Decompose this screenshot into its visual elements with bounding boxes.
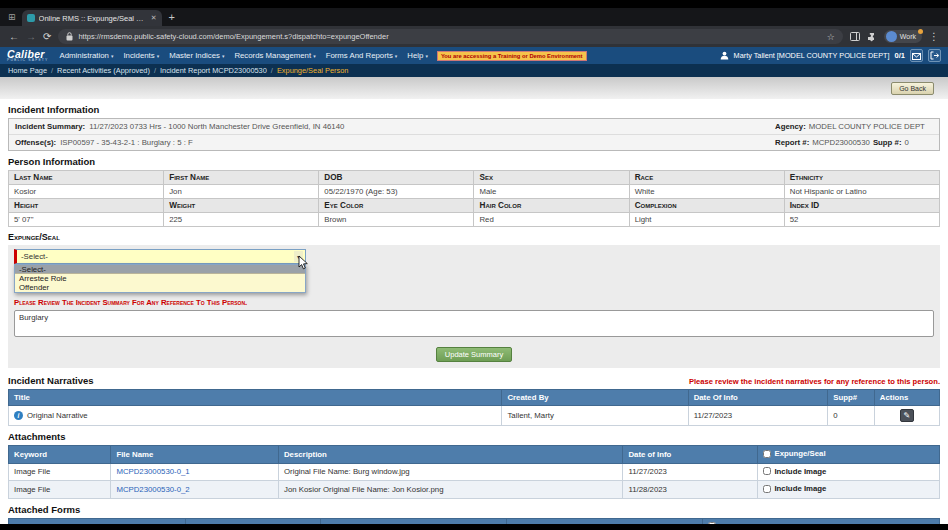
attachment-row: Image File MCPD23000530-0_1 Original Fil… bbox=[9, 463, 940, 481]
person-field-label: Last Name bbox=[9, 171, 164, 185]
caliber-logo[interactable]: Caliber PUBLIC SAFETY bbox=[7, 49, 49, 63]
page-action-strip: Go Back bbox=[0, 77, 948, 99]
menu-records-management[interactable]: Records Management▾ bbox=[234, 51, 315, 60]
window-bottom-edge bbox=[0, 524, 948, 530]
attachment-description: Jon Kosior Original File Name: Jon Kosio… bbox=[278, 481, 622, 499]
col-date-of-info[interactable]: Date Of Info bbox=[688, 390, 828, 406]
attachment-file-link[interactable]: MCPD23000530-0_2 bbox=[116, 485, 189, 494]
breadcrumb-recent-activities[interactable]: Recent Activities (Approved) bbox=[57, 66, 150, 75]
expunge-seal-heading: Expunge/Seal bbox=[8, 232, 940, 242]
narrative-title: Original Narrative bbox=[27, 411, 88, 420]
person-weight: 225 bbox=[164, 213, 319, 227]
person-hair-color: Red bbox=[474, 213, 629, 227]
menu-administration[interactable]: Administration▾ bbox=[60, 51, 114, 60]
role-select-wrap: -Select- ▾ -Select- Arrestee Role Offend… bbox=[14, 249, 306, 293]
col-actions: Actions bbox=[874, 390, 939, 406]
col-title[interactable]: Title bbox=[9, 390, 502, 406]
logout-button[interactable] bbox=[928, 49, 941, 62]
person-field-label: Race bbox=[629, 171, 784, 185]
person-index-id: 52 bbox=[784, 213, 939, 227]
attachment-keyword: Image File bbox=[9, 481, 111, 499]
option-select[interactable]: -Select- bbox=[15, 265, 305, 274]
col-supp[interactable]: Supp# bbox=[828, 390, 875, 406]
person-field-label: Ethnicity bbox=[784, 171, 939, 185]
tab-search-icon[interactable]: ⊞ bbox=[8, 9, 16, 25]
update-summary-button[interactable]: Update Summary bbox=[436, 347, 512, 362]
role-select[interactable]: -Select- ▾ bbox=[14, 249, 306, 264]
breadcrumb: Home Page / Recent Activities (Approved)… bbox=[0, 64, 948, 77]
logged-in-user[interactable]: Marty Tallent [MODEL COUNTY POLICE DEPT] bbox=[734, 51, 890, 60]
person-information-table: Last Name First Name DOB Sex Race Ethnic… bbox=[8, 170, 940, 227]
edit-narrative-button[interactable]: ✎ bbox=[900, 409, 914, 422]
profile-chip[interactable]: Work bbox=[884, 30, 922, 43]
notification-dot bbox=[918, 29, 923, 34]
col-keyword[interactable]: Keyword bbox=[9, 446, 111, 464]
app-navbar: Caliber PUBLIC SAFETY Administration▾ In… bbox=[0, 47, 948, 64]
user-cluster: Marty Tallent [MODEL COUNTY POLICE DEPT]… bbox=[720, 49, 941, 62]
user-icon bbox=[720, 51, 729, 60]
person-field-label: Weight bbox=[164, 199, 319, 213]
option-arrestee-role[interactable]: Arrestee Role bbox=[15, 274, 305, 283]
attachment-file-link[interactable]: MCPD23000530-0_1 bbox=[116, 467, 189, 476]
breadcrumb-incident-report[interactable]: Incident Report MCPD23000530 bbox=[160, 66, 267, 75]
approval-counter[interactable]: 0/1 bbox=[895, 51, 905, 60]
caret-down-icon: ▾ bbox=[157, 53, 160, 59]
menu-help[interactable]: Help▾ bbox=[407, 51, 428, 60]
info-icon[interactable]: i bbox=[14, 411, 23, 420]
col-description[interactable]: Description bbox=[278, 446, 622, 464]
person-field-label: Index ID bbox=[784, 199, 939, 213]
include-image-label: Include Image bbox=[774, 467, 826, 476]
back-button[interactable]: ← bbox=[9, 32, 19, 42]
side-panel-icon[interactable] bbox=[850, 32, 860, 41]
incident-summary-label: Incident Summary: bbox=[15, 122, 85, 131]
site-favicon-icon bbox=[27, 14, 35, 22]
expunge-seal-panel: -Select- ▾ -Select- Arrestee Role Offend… bbox=[8, 245, 940, 368]
include-image-checkbox[interactable] bbox=[763, 485, 771, 493]
window-titlebar bbox=[0, 0, 948, 8]
col-file-name[interactable]: File Name bbox=[111, 446, 279, 464]
menu-forms-and-reports[interactable]: Forms And Reports▾ bbox=[326, 51, 398, 60]
refresh-button[interactable]: ⟳ bbox=[43, 32, 51, 42]
menu-master-indices[interactable]: Master Indices▾ bbox=[169, 51, 224, 60]
narratives-table: Title Created By Date Of Info Supp# Acti… bbox=[8, 389, 940, 426]
caret-down-icon: ▾ bbox=[222, 53, 225, 59]
include-image-checkbox[interactable] bbox=[763, 467, 771, 475]
brand-subtext: PUBLIC SAFETY bbox=[7, 59, 49, 63]
forward-button[interactable]: → bbox=[26, 32, 36, 42]
incident-summary-textarea[interactable]: Burglary bbox=[14, 310, 934, 337]
go-back-button[interactable]: Go Back bbox=[891, 82, 934, 95]
address-bar[interactable]: https://rmsdemo.public-safety-cloud.com/… bbox=[58, 29, 842, 44]
tab-close-icon[interactable]: ✕ bbox=[151, 14, 157, 22]
browser-menu-icon[interactable]: ⋮ bbox=[929, 32, 939, 42]
menu-label: Incidents bbox=[123, 51, 154, 60]
person-field-label: Complexion bbox=[629, 199, 784, 213]
menu-incidents[interactable]: Incidents▾ bbox=[123, 51, 159, 60]
person-sex: Male bbox=[474, 185, 629, 199]
attachment-date-of-info: 11/27/2023 bbox=[623, 463, 758, 481]
col-date-of-info[interactable]: Date of Info bbox=[623, 446, 758, 464]
logout-icon bbox=[930, 48, 939, 63]
incident-information-panel: Incident Summary: 11/27/2023 0733 Hrs - … bbox=[8, 118, 940, 151]
extensions-puzzle-icon[interactable] bbox=[867, 32, 877, 42]
breadcrumb-home-page[interactable]: Home Page bbox=[8, 66, 47, 75]
incident-summary-value: 11/27/2023 0733 Hrs - 1000 North Manches… bbox=[89, 122, 344, 131]
expunge-all-attachments-checkbox[interactable] bbox=[763, 450, 771, 458]
person-first-name: Jon bbox=[164, 185, 319, 199]
attachments-heading: Attachments bbox=[8, 431, 940, 442]
narrative-created-by: Tallent, Marty bbox=[502, 406, 688, 426]
col-created-by[interactable]: Created By bbox=[502, 390, 688, 406]
caret-down-icon[interactable]: ▾ bbox=[294, 251, 303, 262]
avatar bbox=[886, 31, 897, 42]
person-last-name: Kosior bbox=[9, 185, 164, 199]
attachments-table: Keyword File Name Description Date of In… bbox=[8, 445, 940, 499]
narrative-date-of-info: 11/27/2023 bbox=[688, 406, 828, 426]
messages-button[interactable] bbox=[910, 49, 923, 62]
bookmark-star-icon[interactable]: ☆ bbox=[827, 32, 835, 42]
option-offender[interactable]: Offender bbox=[15, 283, 305, 292]
environment-notice: You are accessing a Training or Demo Env… bbox=[437, 51, 587, 61]
agency-value: MODEL COUNTY POLICE DEPT bbox=[809, 122, 925, 131]
new-tab-button[interactable]: + bbox=[169, 10, 175, 24]
browser-tab[interactable]: Online RMS :: Expunge/Seal Offe... ✕ bbox=[22, 10, 162, 26]
tab-title: Online RMS :: Expunge/Seal Offe... bbox=[39, 14, 147, 23]
person-ethnicity: Not Hispanic or Latino bbox=[784, 185, 939, 199]
